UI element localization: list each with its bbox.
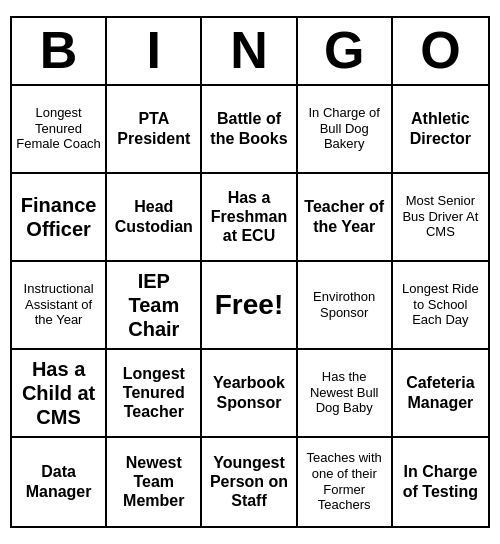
bingo-cell-17[interactable]: Yearbook Sponsor — [202, 350, 297, 438]
bingo-cell-7[interactable]: Has a Freshman at ECU — [202, 174, 297, 262]
bingo-cell-15[interactable]: Has a Child at CMS — [12, 350, 107, 438]
bingo-cell-21[interactable]: Newest Team Member — [107, 438, 202, 526]
bingo-letter-g: G — [298, 18, 393, 83]
bingo-cell-14[interactable]: Longest Ride to School Each Day — [393, 262, 488, 350]
bingo-header: BINGO — [12, 18, 488, 85]
bingo-cell-13[interactable]: Envirothon Sponsor — [298, 262, 393, 350]
bingo-cell-22[interactable]: Youngest Person on Staff — [202, 438, 297, 526]
bingo-cell-23[interactable]: Teaches with one of their Former Teacher… — [298, 438, 393, 526]
bingo-letter-i: I — [107, 18, 202, 83]
bingo-cell-16[interactable]: Longest Tenured Teacher — [107, 350, 202, 438]
bingo-card: BINGO Longest Tenured Female CoachPTA Pr… — [10, 16, 490, 527]
bingo-cell-18[interactable]: Has the Newest Bull Dog Baby — [298, 350, 393, 438]
bingo-cell-19[interactable]: Cafeteria Manager — [393, 350, 488, 438]
bingo-cell-8[interactable]: Teacher of the Year — [298, 174, 393, 262]
bingo-letter-o: O — [393, 18, 488, 83]
bingo-cell-3[interactable]: In Charge of Bull Dog Bakery — [298, 86, 393, 174]
bingo-cell-12[interactable]: Free! — [202, 262, 297, 350]
bingo-cell-9[interactable]: Most Senior Bus Driver At CMS — [393, 174, 488, 262]
bingo-cell-0[interactable]: Longest Tenured Female Coach — [12, 86, 107, 174]
bingo-cell-11[interactable]: IEP Team Chair — [107, 262, 202, 350]
bingo-letter-b: B — [12, 18, 107, 83]
bingo-cell-10[interactable]: Instructional Assistant of the Year — [12, 262, 107, 350]
bingo-cell-20[interactable]: Data Manager — [12, 438, 107, 526]
bingo-cell-5[interactable]: Finance Officer — [12, 174, 107, 262]
bingo-cell-2[interactable]: Battle of the Books — [202, 86, 297, 174]
bingo-cell-6[interactable]: Head Custodian — [107, 174, 202, 262]
bingo-letter-n: N — [202, 18, 297, 83]
bingo-cell-24[interactable]: In Charge of Testing — [393, 438, 488, 526]
bingo-cell-1[interactable]: PTA President — [107, 86, 202, 174]
bingo-cell-4[interactable]: Athletic Director — [393, 86, 488, 174]
bingo-grid: Longest Tenured Female CoachPTA Presiden… — [12, 86, 488, 526]
